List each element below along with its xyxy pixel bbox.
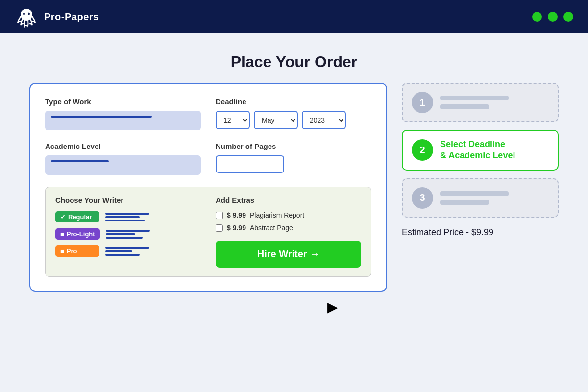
deadline-group: Deadline 12 May 2023 [216, 98, 371, 130]
pages-input[interactable] [216, 155, 284, 173]
prolight-check-icon: ■ [60, 230, 64, 238]
prolight-label: Pro-Light [67, 230, 95, 238]
plagiarism-checkbox[interactable] [216, 212, 223, 219]
bar1 [105, 213, 149, 215]
pro-bars [105, 247, 149, 256]
bar3 [105, 254, 140, 256]
dot-2 [548, 12, 558, 22]
writer-option-pro: ■ Pro [55, 245, 201, 257]
deadline-selects: 12 May 2023 [216, 111, 371, 129]
academic-level-input[interactable] [45, 155, 201, 175]
page-title: Place Your Order [231, 53, 357, 71]
logo-icon [15, 5, 38, 28]
extras-section-title: Add Extras [216, 196, 361, 204]
form-row-2: Academic Level Number of Pages [45, 142, 371, 175]
step-number-2: 2 [412, 139, 433, 161]
dot-1 [532, 12, 542, 22]
type-of-work-input[interactable] [45, 111, 201, 130]
writer-badge-pro[interactable]: ■ Pro [55, 245, 99, 257]
writer-options: ✓ Regular [55, 211, 201, 257]
bar2 [105, 216, 140, 218]
abstract-checkbox[interactable] [216, 224, 223, 232]
bar3 [105, 220, 145, 221]
svg-point-2 [28, 13, 30, 15]
extras-list: $ 9.99 Plagiarism Report $ 9.99 Abstract… [216, 211, 361, 232]
writer-badge-prolight[interactable]: ■ Pro-Light [55, 228, 100, 240]
step-3-bar-top [440, 191, 509, 196]
prolight-bars [106, 230, 150, 239]
writer-option-regular: ✓ Regular [55, 211, 201, 222]
plagiarism-label: Plagiarism Report [250, 211, 304, 219]
academic-level-label: Academic Level [45, 142, 201, 150]
svg-point-1 [23, 13, 25, 15]
main-content: Place Your Order Type of Work Deadline 1… [0, 33, 588, 311]
step-number-1: 1 [412, 92, 433, 113]
writer-row: Choose Your Writer ✓ Regular [55, 196, 361, 268]
step-3-bar-bottom [440, 200, 489, 205]
writer-badge-regular[interactable]: ✓ Regular [55, 211, 99, 222]
bar2 [105, 250, 132, 252]
form-row-1: Type of Work Deadline 12 May [45, 98, 371, 130]
writer-left: Choose Your Writer ✓ Regular [55, 196, 201, 268]
type-of-work-group: Type of Work [45, 98, 201, 130]
logo-area: Pro-Papers [15, 5, 99, 28]
plagiarism-price: $ 9.99 [227, 211, 246, 219]
bar2 [106, 233, 135, 235]
regular-bars [105, 213, 149, 221]
step-card-2: 2 Select Deadline& Academic Level [402, 130, 559, 171]
bar3 [106, 237, 143, 239]
extra-abstract: $ 9.99 Abstract Page [216, 224, 361, 232]
step-1-content [440, 96, 549, 109]
academic-level-bar [51, 160, 109, 162]
regular-label: Regular [68, 213, 92, 220]
extra-plagiarism: $ 9.99 Plagiarism Report [216, 211, 361, 219]
bar1 [106, 230, 150, 232]
step-2-text: Select Deadline& Academic Level [440, 139, 549, 162]
sidebar: 1 2 Select Deadline& Academic Level 3 [402, 83, 559, 292]
writer-section: Choose Your Writer ✓ Regular [45, 187, 371, 277]
regular-check-icon: ✓ [60, 213, 66, 220]
deadline-label: Deadline [216, 98, 371, 106]
type-of-work-label: Type of Work [45, 98, 201, 106]
estimated-price-value: $9.99 [471, 227, 493, 237]
pages-group: Number of Pages [216, 142, 371, 175]
estimated-price-label: Estimated Price - [402, 227, 469, 237]
header-dots [532, 12, 573, 22]
logo-text: Pro-Papers [44, 11, 99, 23]
dot-3 [564, 12, 573, 22]
abstract-label: Abstract Page [250, 224, 293, 232]
order-form: Type of Work Deadline 12 May [29, 83, 387, 292]
abstract-price: $ 9.99 [227, 224, 246, 232]
header: Pro-Papers [0, 0, 588, 33]
step-1-bar-bottom [440, 104, 489, 109]
writer-option-prolight: ■ Pro-Light [55, 228, 201, 240]
step-1-bar-top [440, 96, 509, 100]
step-card-1: 1 [402, 83, 559, 122]
hire-writer-button[interactable]: Hire Writer → [216, 241, 361, 268]
estimated-price: Estimated Price - $9.99 [402, 225, 559, 240]
step-number-3: 3 [412, 187, 433, 209]
deadline-year-select[interactable]: 2023 [302, 111, 346, 129]
step-3-content [440, 191, 549, 205]
academic-level-group: Academic Level [45, 142, 201, 175]
pro-check-icon: ■ [60, 247, 64, 255]
content-row: Type of Work Deadline 12 May [29, 83, 559, 292]
bar1 [105, 247, 149, 249]
type-of-work-bar [51, 116, 152, 118]
writer-section-title: Choose Your Writer [55, 196, 201, 204]
deadline-day-select[interactable]: 12 [216, 111, 250, 129]
pages-label: Number of Pages [216, 142, 371, 150]
pro-label: Pro [67, 247, 77, 255]
writer-right: Add Extras $ 9.99 Plagiarism Report $ 9.… [216, 196, 361, 268]
step-card-3: 3 [402, 178, 559, 218]
deadline-month-select[interactable]: May [254, 111, 298, 129]
step-2-content: Select Deadline& Academic Level [440, 139, 549, 162]
